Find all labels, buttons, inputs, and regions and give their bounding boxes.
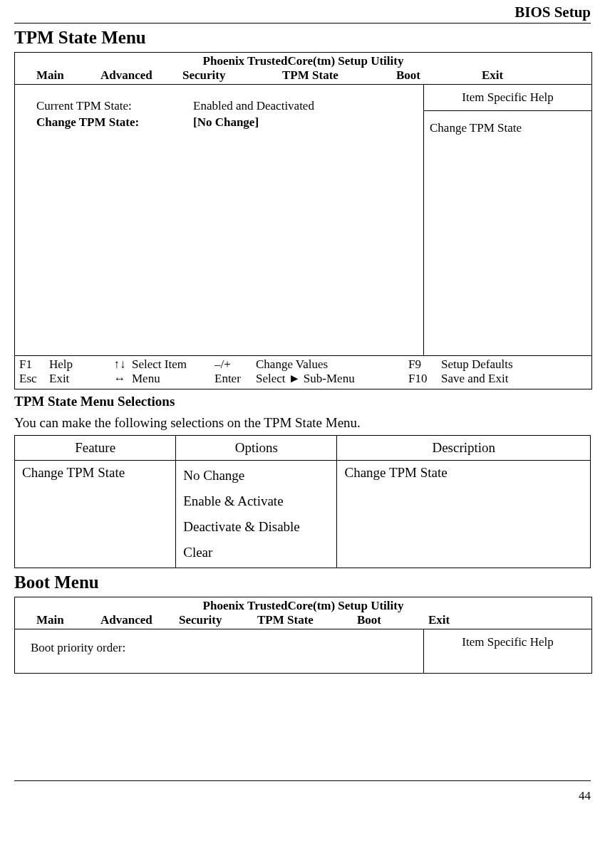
bios-left-pane: Boot priority order: <box>15 629 423 673</box>
footer-key: ↑↓ <box>108 357 132 372</box>
bios-title: Phoenix TrustedCore(tm) Setup Utility <box>15 53 591 68</box>
bios-left-pane: Current TPM State: Enabled and Deactivat… <box>15 85 423 355</box>
bios-label: Current TPM State: <box>36 99 193 113</box>
bios-right-pane: Item Specific Help Change TPM State <box>423 85 591 355</box>
menu-boot[interactable]: Boot <box>396 68 482 83</box>
td-options: No Change Enable & Activate Deactivate &… <box>176 461 337 568</box>
menu-security[interactable]: Security <box>182 68 282 83</box>
menu-advanced[interactable]: Advanced <box>100 68 182 83</box>
menu-tpm-state[interactable]: TPM State <box>257 613 357 627</box>
th-feature: Feature <box>15 436 176 461</box>
footer-action: Change Values <box>256 357 408 372</box>
bios-right-pane: Item Specific Help <box>423 629 591 673</box>
footer-action: Setup Defaults <box>441 357 513 372</box>
bios-footer: F1 Help ↑↓ Select Item –/+ Change Values… <box>15 355 591 389</box>
footer-key: ↔ <box>108 372 132 386</box>
bios-row-change-tpm[interactable]: Change TPM State: [No Change] <box>36 115 416 130</box>
footer-key: F10 <box>408 372 441 386</box>
footer-action: Select Item <box>132 357 214 372</box>
footer-key: Esc <box>19 372 49 386</box>
table-row: Change TPM State No Change Enable & Acti… <box>15 461 591 568</box>
menu-main[interactable]: Main <box>36 68 100 83</box>
bios-footer-row-1: F1 Help ↑↓ Select Item –/+ Change Values… <box>19 357 587 372</box>
bios-box-boot: Phoenix TrustedCore(tm) Setup Utility Ma… <box>14 597 592 674</box>
intro-text: You can make the following selections on… <box>14 415 591 431</box>
bios-menubar[interactable]: Main Advanced Security TPM State Boot Ex… <box>15 613 591 629</box>
selections-table: Feature Options Description Change TPM S… <box>14 435 591 568</box>
option-item: Enable & Activate <box>183 493 329 509</box>
menu-main[interactable]: Main <box>36 613 100 627</box>
help-body: Change TPM State <box>424 111 591 355</box>
footer-key: F9 <box>408 357 441 372</box>
boot-priority-label: Boot priority order: <box>31 641 416 655</box>
td-description: Change TPM State <box>337 461 591 568</box>
bios-footer-row-2: Esc Exit ↔ Menu Enter Select ► Sub-Menu … <box>19 372 587 386</box>
page-number: 44 <box>14 788 591 809</box>
menu-boot[interactable]: Boot <box>357 613 428 627</box>
option-item: Deactivate & Disable <box>183 519 329 535</box>
option-item: No Change <box>183 468 329 483</box>
bios-label: Change TPM State: <box>36 115 193 130</box>
bios-row-current-tpm: Current TPM State: Enabled and Deactivat… <box>36 99 416 113</box>
footer-action: Menu <box>132 372 214 386</box>
footer-action: Exit <box>49 372 108 386</box>
bios-value[interactable]: [No Change] <box>193 115 416 130</box>
footer-action: Help <box>49 357 108 372</box>
bios-menubar[interactable]: Main Advanced Security TPM State Boot Ex… <box>15 68 591 85</box>
bios-value: Enabled and Deactivated <box>193 99 416 113</box>
td-feature: Change TPM State <box>15 461 176 568</box>
table-header-row: Feature Options Description <box>15 436 591 461</box>
header-rule <box>14 23 591 23</box>
menu-tpm-state[interactable]: TPM State <box>282 68 396 83</box>
bios-title: Phoenix TrustedCore(tm) Setup Utility <box>15 597 591 613</box>
footer-action: Save and Exit <box>441 372 508 386</box>
option-item: Clear <box>183 545 329 560</box>
help-title: Item Specific Help <box>424 629 591 655</box>
th-description: Description <box>337 436 591 461</box>
th-options: Options <box>176 436 337 461</box>
bios-box-tpm: Phoenix TrustedCore(tm) Setup Utility Ma… <box>14 52 592 389</box>
footer-key: Enter <box>214 372 256 386</box>
subsection-title-tpm-selections: TPM State Menu Selections <box>14 394 591 409</box>
footer-key: –/+ <box>214 357 256 372</box>
menu-exit[interactable]: Exit <box>428 613 570 627</box>
footer-key: F1 <box>19 357 49 372</box>
menu-exit[interactable]: Exit <box>482 68 570 83</box>
footer-action: Select ► Sub-Menu <box>256 372 408 386</box>
section-title-tpm: TPM State Menu <box>14 28 591 48</box>
help-title: Item Specific Help <box>424 85 591 111</box>
menu-advanced[interactable]: Advanced <box>100 613 179 627</box>
footer-rule <box>14 780 591 781</box>
menu-security[interactable]: Security <box>179 613 257 627</box>
running-header: BIOS Setup <box>14 0 591 23</box>
section-title-boot: Boot Menu <box>14 572 591 592</box>
